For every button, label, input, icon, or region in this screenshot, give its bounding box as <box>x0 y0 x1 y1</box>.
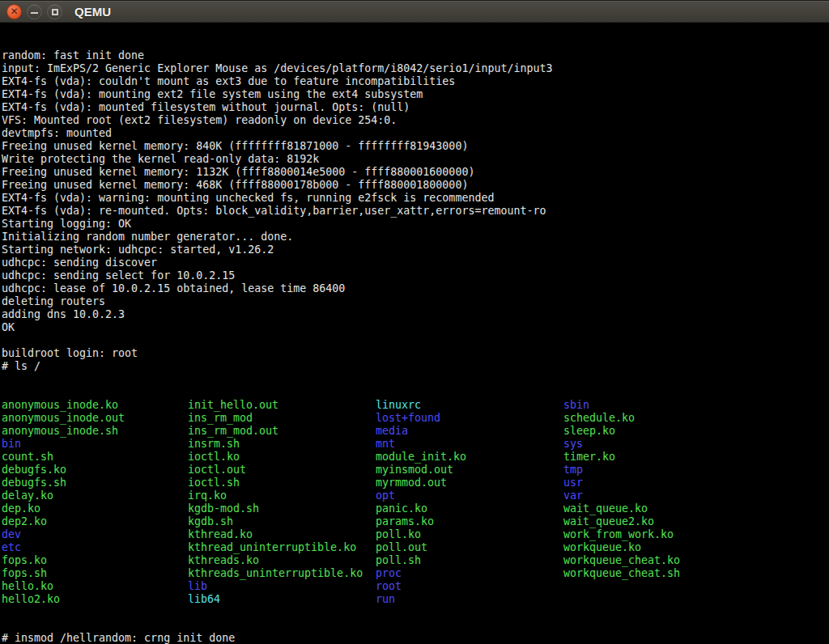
file-entry: workqueue.ko <box>563 541 766 554</box>
directory-entry: mnt <box>376 438 563 451</box>
file-entry: poll.ko <box>376 528 563 541</box>
terminal-line: random: fast init done <box>2 49 829 62</box>
minimize-button[interactable] <box>27 4 42 19</box>
terminal-line: Freeing unused kernel memory: 1132K (fff… <box>2 166 829 179</box>
file-entry: dep.ko <box>2 502 188 515</box>
symlink-entry: lib64 <box>188 593 376 606</box>
file-entry: ioctl.ko <box>188 451 376 464</box>
maximize-icon <box>52 9 58 15</box>
file-entry: kthreads.ko <box>188 554 376 567</box>
terminal-line: buildroot login: root <box>2 347 829 360</box>
directory-entry: bin <box>2 438 188 451</box>
directory-entry: opt <box>376 489 563 502</box>
file-entry: panic.ko <box>376 502 563 515</box>
file-entry: debugfs.ko <box>2 464 188 477</box>
file-entry: fops.ko <box>2 554 188 567</box>
terminal-line: VFS: Mounted root (ext2 filesystem) read… <box>2 114 829 127</box>
file-entry: hello2.ko <box>2 593 188 606</box>
file-entry: kthreads_uninterruptible.ko <box>188 567 376 580</box>
directory-entry: lost+found <box>376 412 563 425</box>
file-entry: insrm.sh <box>188 438 376 451</box>
close-icon: ✕ <box>10 6 18 16</box>
file-entry: fops.sh <box>2 567 188 580</box>
file-entry: anonymous_inode.out <box>2 412 188 425</box>
file-entry: count.sh <box>2 451 188 464</box>
file-entry: kgdb.sh <box>188 515 376 528</box>
file-entry: myinsmod.out <box>376 464 563 477</box>
file-entry: irq.ko <box>188 489 376 502</box>
directory-entry: media <box>376 425 563 438</box>
directory-entry: lib <box>188 580 376 593</box>
file-entry: wait_queue.ko <box>563 502 766 515</box>
terminal-line: Starting logging: OK <box>2 218 829 231</box>
file-entry: kthread_uninterruptible.ko <box>188 541 376 554</box>
directory-entry: sbin <box>563 399 766 412</box>
terminal-line: udhcpc: lease of 10.0.2.15 obtained, lea… <box>2 282 829 295</box>
file-entry: poll.sh <box>376 554 563 567</box>
file-entry: timer.ko <box>563 451 766 464</box>
directory-entry: tmp <box>563 464 766 477</box>
boot-log: random: fast init doneinput: ImExPS/2 Ge… <box>2 49 829 373</box>
terminal-line: # ls / <box>2 360 829 373</box>
symlink-entry: linuxrc <box>376 399 563 412</box>
directory-entry: proc <box>376 567 563 580</box>
file-entry: module_init.ko <box>376 451 563 464</box>
file-entry: workqueue_cheat.ko <box>563 554 766 567</box>
terminal-line: Freeing unused kernel memory: 840K (ffff… <box>2 140 829 153</box>
terminal-line: EXT4-fs (vda): mounted filesystem withou… <box>2 101 829 114</box>
file-entry: ioctl.out <box>188 464 376 477</box>
directory-entry: dev <box>2 528 188 541</box>
terminal-line: Freeing unused kernel memory: 468K (ffff… <box>2 179 829 192</box>
terminal-line: EXT4-fs (vda): mounting ext2 file system… <box>2 88 829 101</box>
file-entry: kgdb-mod.sh <box>188 502 376 515</box>
file-entry: anonymous_inode.ko <box>2 399 188 412</box>
terminal-line <box>2 334 829 347</box>
file-entry: ins_rm_mod <box>188 412 376 425</box>
terminal-line: Write protecting the kernel read-only da… <box>2 153 829 166</box>
maximize-button[interactable] <box>47 4 62 19</box>
qemu-window: ✕ QEMU random: fast init doneinput: ImEx… <box>0 0 829 644</box>
directory-entry: sys <box>563 438 766 451</box>
file-entry: sleep.ko <box>563 425 766 438</box>
terminal-line: # insmod /hellrandom: crng init done <box>2 632 829 644</box>
ls-output: anonymous_inode.koanonymous_inode.outano… <box>2 399 829 606</box>
directory-entry: root <box>376 580 563 593</box>
file-entry: delay.ko <box>2 489 188 502</box>
terminal-screen[interactable]: random: fast init doneinput: ImExPS/2 Ge… <box>0 23 829 644</box>
terminal-line: EXT4-fs (vda): couldn't mount as ext3 du… <box>2 75 829 88</box>
file-entry: params.ko <box>376 515 563 528</box>
window-title: QEMU <box>74 5 111 19</box>
file-entry: wait_queue2.ko <box>563 515 766 528</box>
file-entry: dep2.ko <box>2 515 188 528</box>
terminal-line: OK <box>2 321 829 334</box>
titlebar[interactable]: ✕ QEMU <box>0 0 829 23</box>
directory-entry: run <box>376 593 563 606</box>
terminal-line: EXT4-fs (vda): re-mounted. Opts: block_v… <box>2 205 829 218</box>
terminal-line: udhcpc: sending select for 10.0.2.15 <box>2 269 829 282</box>
shell-log: # insmod /hellrandom: crng init done# in… <box>2 632 829 644</box>
terminal-line: adding dns 10.0.2.3 <box>2 308 829 321</box>
file-entry: anonymous_inode.sh <box>2 425 188 438</box>
directory-entry: etc <box>2 541 188 554</box>
file-entry: schedule.ko <box>563 412 766 425</box>
file-entry: ins_rm_mod.out <box>188 425 376 438</box>
terminal-line: Starting network: udhcpc: started, v1.26… <box>2 244 829 256</box>
file-entry: hello.ko <box>2 580 188 593</box>
file-entry: debugfs.sh <box>2 477 188 489</box>
directory-entry: var <box>563 489 766 502</box>
file-entry: kthread.ko <box>188 528 376 541</box>
terminal-line: deleting routers <box>2 295 829 308</box>
minimize-icon <box>31 12 38 14</box>
directory-entry: usr <box>563 477 766 489</box>
file-entry: init_hello.out <box>188 399 376 412</box>
file-entry: ioctl.sh <box>188 477 376 489</box>
file-entry: work_from_work.ko <box>563 528 766 541</box>
terminal-line: input: ImExPS/2 Generic Explorer Mouse a… <box>2 62 829 75</box>
terminal-line: udhcpc: sending discover <box>2 256 829 269</box>
file-entry: workqueue_cheat.sh <box>563 567 766 580</box>
file-entry: poll.out <box>376 541 563 554</box>
close-button[interactable]: ✕ <box>6 4 22 19</box>
file-entry: myrmmod.out <box>376 477 563 489</box>
terminal-line: devtmpfs: mounted <box>2 127 829 140</box>
terminal-line: Initializing random number generator... … <box>2 231 829 244</box>
